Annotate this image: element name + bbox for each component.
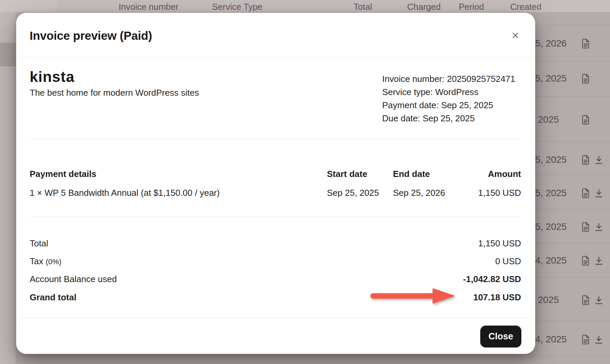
download-icon[interactable] — [594, 189, 603, 198]
total-value: 1,150 USD — [478, 237, 521, 250]
invoice-document-icon[interactable] — [582, 155, 590, 165]
grand-total-label: Grand total — [30, 291, 77, 304]
invoice-document-icon[interactable] — [582, 335, 590, 344]
download-icon[interactable] — [594, 223, 603, 232]
invoice-number-line: Invoice number: 20250925752471 — [382, 72, 515, 86]
total-row: Total 1,150 USD — [16, 237, 535, 250]
download-icon[interactable] — [594, 296, 603, 305]
created-date: 2025 — [538, 293, 559, 307]
header-divider — [16, 57, 535, 58]
close-icon[interactable] — [508, 28, 523, 43]
created-date: 4, 2025 — [535, 254, 567, 267]
line-item-end-date: Sep 25, 2026 — [393, 187, 445, 199]
invoice-document-icon[interactable] — [582, 222, 590, 232]
column-header-charged: Charged — [407, 2, 441, 11]
payment-details-header: Payment details — [30, 168, 96, 180]
due-date-line: Due date: Sep 25, 2025 — [382, 112, 515, 125]
modal-title: Invoice preview (Paid) — [30, 29, 152, 42]
account-balance-value: -1,042.82 USD — [463, 273, 521, 285]
background-header-band-left — [0, 0, 57, 12]
created-date: 5, 2025 — [535, 72, 567, 85]
tax-row: Tax (0%) 0 USD — [16, 255, 535, 268]
download-icon[interactable] — [594, 256, 603, 265]
amount-header: Amount — [488, 168, 521, 180]
created-date: 4, 2025 — [535, 333, 567, 346]
download-icon[interactable] — [594, 335, 603, 344]
download-icon[interactable] — [594, 156, 603, 164]
line-item-description: 1 × WP 5 Bandwidth Annual (at $1,150.00 … — [30, 187, 220, 199]
footer-divider — [16, 318, 535, 318]
column-header-created: Created — [510, 2, 542, 11]
column-header-total: Total — [354, 2, 372, 11]
line-item-row: 1 × WP 5 Bandwidth Annual (at $1,150.00 … — [16, 187, 535, 199]
invoice-document-icon[interactable] — [582, 115, 590, 125]
screen: Invoice number Service Type Total Charge… — [0, 0, 610, 364]
annotation-arrow — [370, 288, 455, 304]
invoice-document-icon[interactable] — [582, 39, 590, 49]
created-date: 5, 2025 — [535, 186, 567, 200]
row-divider — [16, 356, 610, 357]
kinsta-logo: kinsta — [30, 69, 199, 84]
created-date: 5, 2025 — [535, 220, 567, 234]
created-date: 5, 2025 — [535, 153, 567, 166]
payment-table-header: Payment details Start date End date Amou… — [16, 168, 535, 180]
payment-date-line: Payment date: Sep 25, 2025 — [382, 99, 515, 112]
service-type-line: Service type: WordPress — [382, 86, 515, 99]
section-divider — [30, 139, 522, 139]
invoice-meta: Invoice number: 20250925752471 Service t… — [382, 72, 515, 125]
start-date-header: Start date — [327, 168, 367, 180]
account-balance-row: Account Balance used -1,042.82 USD — [16, 273, 535, 285]
invoice-preview-modal: Invoice preview (Paid) kinsta The best h… — [16, 13, 535, 354]
section-divider — [30, 217, 522, 217]
line-item-start-date: Sep 25, 2025 — [327, 187, 379, 199]
brand-block: kinsta The best home for modern WordPres… — [30, 69, 199, 98]
created-date: 5, 2026 — [535, 37, 567, 50]
grand-total-value: 107.18 USD — [473, 291, 521, 304]
created-date: 2025 — [538, 113, 559, 126]
close-button[interactable]: Close — [480, 326, 521, 347]
tax-label: Tax (0%) — [30, 255, 61, 268]
invoice-document-icon[interactable] — [582, 256, 590, 266]
invoice-document-icon[interactable] — [582, 188, 590, 198]
brand-tagline: The best home for modern WordPress sites — [30, 87, 199, 98]
tax-value: 0 USD — [495, 255, 521, 268]
tax-rate: (0%) — [46, 257, 61, 266]
column-header-invoice-number: Invoice number — [119, 2, 179, 11]
invoice-document-icon[interactable] — [582, 74, 590, 84]
line-item-amount: 1,150 USD — [478, 187, 521, 199]
end-date-header: End date — [393, 168, 430, 180]
invoice-document-icon[interactable] — [582, 295, 590, 305]
column-header-period: Period — [459, 2, 484, 11]
account-balance-label: Account Balance used — [30, 273, 117, 285]
column-header-service-type: Service Type — [212, 2, 263, 11]
total-label: Total — [30, 237, 48, 250]
grand-total-row: Grand total 107.18 USD — [16, 291, 535, 304]
